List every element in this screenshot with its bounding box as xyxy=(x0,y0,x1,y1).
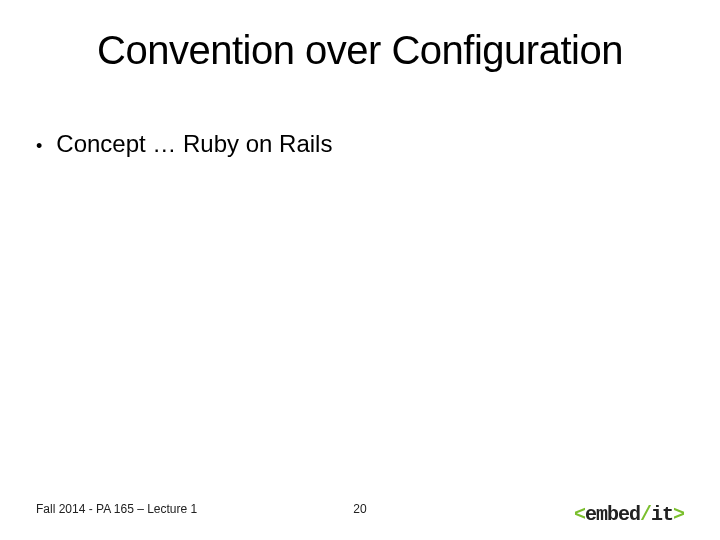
logo-angle-right-icon: > xyxy=(673,503,684,526)
logo-word-embed: embed xyxy=(585,503,640,526)
bullet-item: • Concept … Ruby on Rails xyxy=(36,130,660,158)
bullet-dot-icon: • xyxy=(36,137,42,155)
bullet-text: Concept … Ruby on Rails xyxy=(56,130,332,158)
logo-word-it: it xyxy=(651,503,673,526)
embed-it-logo: <embed/it> xyxy=(574,503,684,526)
slide-body: • Concept … Ruby on Rails xyxy=(36,130,660,158)
logo-slash-icon: / xyxy=(640,503,651,526)
slide: Convention over Configuration • Concept … xyxy=(0,0,720,540)
logo-angle-left-icon: < xyxy=(574,503,585,526)
slide-title: Convention over Configuration xyxy=(0,28,720,73)
